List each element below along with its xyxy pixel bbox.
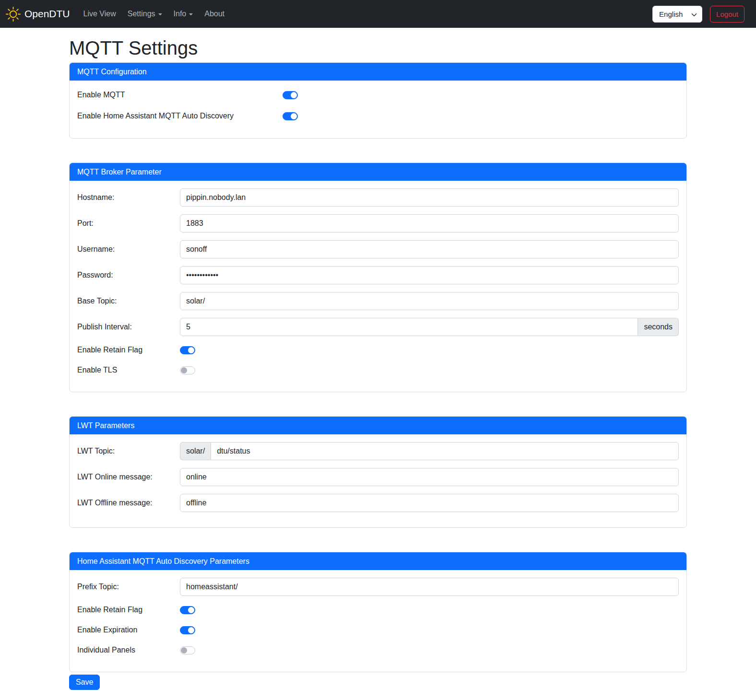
form-row: Prefix Topic: <box>77 578 679 596</box>
lwt-offline-label: LWT Offline message: <box>77 499 180 507</box>
nav-links: Live View Settings Info About <box>80 6 653 22</box>
form-row: LWT Online message: <box>77 468 679 486</box>
card-body: Hostname: Port: Username: Password: Base… <box>70 181 686 392</box>
form-row: Enable Retain Flag <box>77 344 679 356</box>
port-input[interactable] <box>180 214 679 233</box>
form-row: Password: <box>77 266 679 284</box>
language-select-wrap: English <box>652 6 702 23</box>
enable-tls-label: Enable TLS <box>77 366 180 374</box>
lwt-online-label: LWT Online message: <box>77 473 180 481</box>
page-title: MQTT Settings <box>69 36 687 59</box>
save-button[interactable]: Save <box>69 675 100 690</box>
publish-interval-input[interactable] <box>180 318 638 336</box>
form-row: LWT Topic: solar/ <box>77 442 679 460</box>
card-header: LWT Parameters <box>70 417 686 434</box>
nav-item-label: Settings <box>128 10 155 18</box>
nav-item-label: About <box>204 10 224 18</box>
nav-item-live-view[interactable]: Live View <box>80 6 120 22</box>
card-hass-discovery-parameters: Home Assistant MQTT Auto Discovery Param… <box>69 552 687 672</box>
form-row: Enable Home Assistant MQTT Auto Discover… <box>77 109 679 123</box>
base-topic-input[interactable] <box>180 292 679 310</box>
form-row: Port: <box>77 214 679 233</box>
password-label: Password: <box>77 271 180 280</box>
form-row: Enable MQTT <box>77 88 679 102</box>
card-header: MQTT Broker Parameter <box>70 163 686 181</box>
card-body: Prefix Topic: Enable Retain Flag Enable … <box>70 570 686 672</box>
prefix-topic-label: Prefix Topic: <box>77 583 180 591</box>
hostname-label: Hostname: <box>77 193 180 202</box>
lwt-offline-input[interactable] <box>180 494 679 512</box>
broker-retain-toggle[interactable] <box>180 346 195 354</box>
form-row: LWT Offline message: <box>77 494 679 512</box>
enable-mqtt-label: Enable MQTT <box>77 91 283 99</box>
hostname-input[interactable] <box>180 188 679 207</box>
hass-retain-toggle[interactable] <box>180 606 195 614</box>
username-input[interactable] <box>180 240 679 258</box>
form-row: Hostname: <box>77 188 679 207</box>
nav-item-about[interactable]: About <box>201 6 228 22</box>
enable-expiration-toggle[interactable] <box>180 626 195 634</box>
form-row: Base Topic: <box>77 292 679 310</box>
enable-hass-discovery-label: Enable Home Assistant MQTT Auto Discover… <box>77 112 283 120</box>
lwt-topic-prefix: solar/ <box>180 442 211 460</box>
lwt-online-input[interactable] <box>180 468 679 486</box>
enable-mqtt-toggle[interactable] <box>283 91 298 99</box>
nav-item-label: Info <box>174 10 187 18</box>
publish-interval-label: Publish Interval: <box>77 323 180 331</box>
enable-hass-discovery-toggle[interactable] <box>283 112 298 120</box>
port-label: Port: <box>77 219 180 228</box>
broker-retain-label: Enable Retain Flag <box>77 346 180 354</box>
enable-expiration-label: Enable Expiration <box>77 626 180 634</box>
main-container: MQTT Settings MQTT Configuration Enable … <box>69 36 687 700</box>
form-row: Enable TLS <box>77 364 679 376</box>
card-body: Enable MQTT Enable Home Assistant MQTT A… <box>70 81 686 138</box>
brand-label: OpenDTU <box>24 8 70 20</box>
hass-retain-label: Enable Retain Flag <box>77 606 180 614</box>
enable-tls-toggle[interactable] <box>180 366 195 374</box>
card-mqtt-configuration: MQTT Configuration Enable MQTT Enable Ho… <box>69 62 687 139</box>
individual-panels-label: Individual Panels <box>77 646 180 654</box>
form-row: Publish Interval: seconds <box>77 318 679 336</box>
username-label: Username: <box>77 245 180 254</box>
card-lwt-parameters: LWT Parameters LWT Topic: solar/ LWT Onl… <box>69 416 687 528</box>
card-body: LWT Topic: solar/ LWT Online message: LW… <box>70 434 686 527</box>
password-input[interactable] <box>180 266 679 284</box>
chevron-down-icon <box>158 13 162 15</box>
card-header: Home Assistant MQTT Auto Discovery Param… <box>70 552 686 570</box>
lwt-topic-input[interactable] <box>211 442 679 460</box>
nav-item-label: Live View <box>83 10 116 18</box>
card-mqtt-broker-parameter: MQTT Broker Parameter Hostname: Port: Us… <box>69 163 687 392</box>
nav-item-settings[interactable]: Settings <box>124 6 166 22</box>
logout-button[interactable]: Logout <box>710 6 744 23</box>
form-row: Username: <box>77 240 679 258</box>
brand[interactable]: OpenDTU <box>6 7 70 22</box>
form-row: Enable Expiration <box>77 624 679 636</box>
card-header: MQTT Configuration <box>70 63 686 81</box>
publish-interval-unit: seconds <box>638 318 679 336</box>
top-navbar: OpenDTU Live View Settings Info About En… <box>0 0 756 28</box>
chevron-down-icon <box>189 13 193 15</box>
base-topic-label: Base Topic: <box>77 297 180 305</box>
nav-item-info[interactable]: Info <box>170 6 197 22</box>
individual-panels-toggle[interactable] <box>180 646 195 654</box>
prefix-topic-input[interactable] <box>180 578 679 596</box>
language-select[interactable]: English <box>652 6 702 23</box>
navbar-right: English Logout <box>652 6 744 23</box>
sun-icon <box>6 7 21 22</box>
form-row: Enable Retain Flag <box>77 604 679 616</box>
form-row: Individual Panels <box>77 644 679 656</box>
lwt-topic-label: LWT Topic: <box>77 447 180 455</box>
